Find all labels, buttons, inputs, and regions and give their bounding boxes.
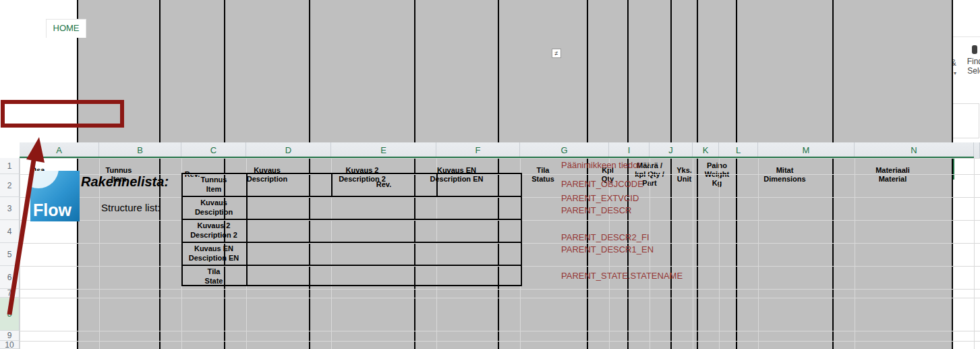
red-note[interactable]: PARENT_DESCR2_FI bbox=[561, 232, 650, 244]
company-logo: Flow bbox=[30, 171, 80, 221]
column-header-B[interactable]: B bbox=[99, 142, 181, 158]
info-table-border bbox=[521, 173, 522, 286]
find-select-button[interactable]: Find &Select bbox=[963, 45, 980, 76]
red-note[interactable]: PARENT_OBJCODE bbox=[561, 178, 643, 190]
tab-home[interactable]: HOME bbox=[46, 19, 86, 38]
column-header-G[interactable]: G bbox=[520, 142, 609, 158]
column-header-N[interactable]: N bbox=[855, 142, 974, 158]
column-header-L[interactable]: L bbox=[719, 142, 758, 158]
column-header-I[interactable]: I bbox=[609, 142, 650, 158]
column-header-F[interactable]: F bbox=[436, 142, 520, 158]
info-table-label[interactable]: Kuvaus Desciption bbox=[183, 197, 245, 217]
gridline-h bbox=[20, 220, 980, 221]
gridline-h bbox=[20, 341, 980, 342]
report-fields-row: Osa PartTunnus ItemRev.Kuvaus Descriptio… bbox=[0, 113, 954, 146]
row-header-8[interactable]: 8 bbox=[0, 298, 20, 331]
gridline-v bbox=[693, 158, 693, 349]
company-logo-text: Flow bbox=[33, 200, 71, 220]
red-note[interactable]: Päänimikkeen tiedot bbox=[561, 159, 640, 171]
red-note[interactable]: PARENT_DESCR1_EN bbox=[561, 244, 654, 256]
column-header-A[interactable]: A bbox=[20, 142, 99, 158]
red-note[interactable]: PARENT_DESCR bbox=[561, 205, 632, 217]
excel-window: X ↶▾ ↷▾ Structurelist.xlsx [Read-Only] -… bbox=[0, 0, 980, 349]
gridline-h bbox=[20, 289, 980, 290]
column-header-K[interactable]: K bbox=[693, 142, 719, 158]
info-table-label[interactable]: Kuvaus 2 Description 2 bbox=[183, 220, 245, 240]
info-table-border bbox=[246, 173, 248, 286]
row-header-4[interactable]: 4 bbox=[0, 220, 20, 243]
row-header-3[interactable]: 3 bbox=[0, 197, 20, 220]
red-note[interactable]: PARENT_EXTVCID bbox=[561, 192, 639, 205]
annotation-highlight-rect bbox=[1, 100, 124, 128]
row-header-10[interactable]: 10 bbox=[0, 341, 20, 349]
gridline-v bbox=[855, 158, 855, 349]
column-header-extra bbox=[974, 142, 980, 158]
info-table-label[interactable]: Kuvaus EN Desciption EN bbox=[183, 243, 245, 263]
column-header-D[interactable]: D bbox=[246, 142, 331, 158]
document-title-fi[interactable]: Rakennelista: bbox=[81, 174, 169, 190]
info-table-label[interactable]: Tunnus Item bbox=[183, 174, 245, 194]
row-header-2[interactable]: 2 bbox=[0, 174, 20, 197]
column-header-M[interactable]: M bbox=[758, 142, 855, 158]
gridline-v bbox=[20, 158, 20, 349]
info-table-label[interactable]: Tila State bbox=[183, 266, 245, 286]
gridline-v bbox=[719, 158, 720, 349]
row-header-7[interactable]: 7 bbox=[0, 289, 20, 298]
row-header-9[interactable]: 9 bbox=[0, 331, 20, 341]
column-header-selection-underline bbox=[20, 157, 974, 158]
gridline-h bbox=[20, 298, 980, 298]
gridline-h bbox=[20, 331, 980, 331]
gridline-h bbox=[20, 266, 980, 267]
row-header-6[interactable]: 6 bbox=[0, 266, 20, 289]
red-note[interactable]: PARENT_STATE.STATENAME bbox=[561, 270, 683, 282]
gridline-h bbox=[20, 243, 980, 244]
document-title-en[interactable]: Structure list: bbox=[101, 202, 161, 213]
find-select-icon bbox=[972, 45, 980, 54]
gridline-v bbox=[974, 158, 975, 349]
gridline-v bbox=[758, 158, 759, 349]
info-table-rev-label[interactable]: Rev. bbox=[333, 174, 435, 194]
gridline-h bbox=[20, 158, 980, 159]
info-table-border bbox=[436, 173, 438, 196]
column-header-C[interactable]: C bbox=[181, 142, 246, 158]
gridline-h bbox=[20, 197, 980, 198]
column-header-E[interactable]: E bbox=[331, 142, 436, 158]
row-header-1[interactable]: 1 bbox=[0, 158, 20, 174]
row-header-5[interactable]: 5 bbox=[0, 243, 20, 266]
column-header-J[interactable]: J bbox=[650, 142, 693, 158]
